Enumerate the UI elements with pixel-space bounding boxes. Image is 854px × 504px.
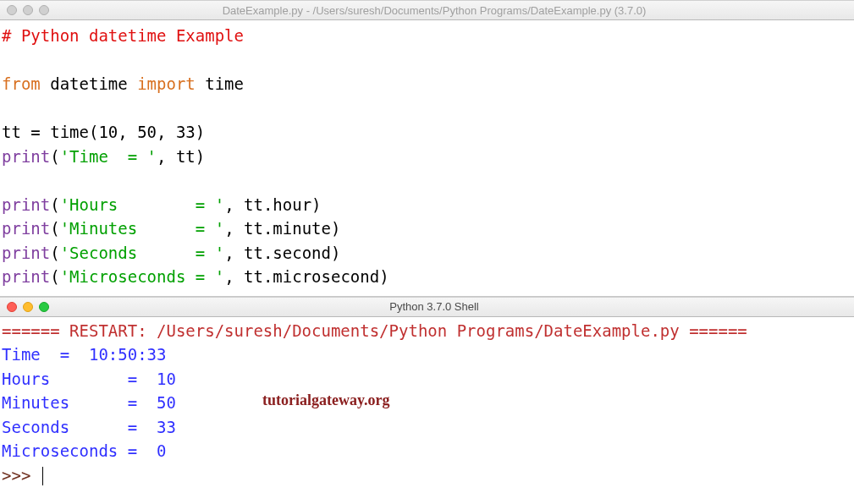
shell-output: Microseconds = 0 bbox=[2, 441, 166, 460]
code-text: , tt) bbox=[157, 147, 205, 166]
shell-titlebar: Python 3.7.0 Shell bbox=[0, 297, 854, 317]
code-text: datetime bbox=[41, 74, 137, 93]
shell-content[interactable]: ====== RESTART: /Users/suresh/Documents/… bbox=[0, 317, 854, 490]
code-text: time bbox=[196, 74, 244, 93]
code-keyword: import bbox=[137, 74, 196, 93]
code-builtin: print bbox=[2, 267, 50, 286]
code-text: ( bbox=[50, 267, 59, 286]
code-builtin: print bbox=[2, 195, 50, 214]
code-builtin: print bbox=[2, 219, 50, 238]
code-text: , tt.hour) bbox=[224, 195, 321, 214]
code-text: , tt.microsecond) bbox=[224, 267, 388, 286]
code-text: , tt.minute) bbox=[224, 219, 340, 238]
close-button[interactable] bbox=[7, 5, 17, 15]
code-builtin: print bbox=[2, 147, 50, 166]
shell-output: Hours = 10 bbox=[2, 370, 176, 388]
shell-output: Minutes = 50 bbox=[2, 393, 176, 412]
code-builtin: print bbox=[2, 244, 50, 262]
code-text: ( bbox=[50, 195, 59, 214]
code-text: , tt.second) bbox=[224, 244, 340, 262]
close-button[interactable] bbox=[7, 302, 17, 312]
editor-titlebar: DateExample.py - /Users/suresh/Documents… bbox=[0, 0, 854, 20]
code-text: ( bbox=[50, 147, 59, 166]
shell-output: Seconds = 33 bbox=[2, 418, 176, 436]
editor-title: DateExample.py - /Users/suresh/Documents… bbox=[21, 4, 847, 17]
code-string: 'Hours = ' bbox=[60, 195, 224, 214]
code-text: tt = time(10, 50, 33) bbox=[2, 123, 205, 141]
editor-content[interactable]: # Python datetime Example from datetime … bbox=[0, 20, 854, 296]
code-comment: # Python datetime Example bbox=[2, 26, 244, 45]
shell-title: Python 3.7.0 Shell bbox=[21, 300, 847, 313]
shell-window: Python 3.7.0 Shell ====== RESTART: /User… bbox=[0, 296, 854, 490]
editor-window: DateExample.py - /Users/suresh/Documents… bbox=[0, 0, 854, 296]
shell-prompt: >>> bbox=[2, 466, 41, 485]
code-string: 'Time = ' bbox=[60, 147, 157, 166]
code-string: 'Minutes = ' bbox=[60, 219, 224, 238]
shell-restart-line: ====== RESTART: /Users/suresh/Documents/… bbox=[2, 321, 747, 340]
code-text: ( bbox=[50, 219, 59, 238]
code-keyword: from bbox=[2, 74, 41, 93]
code-text: ( bbox=[50, 244, 59, 262]
code-string: 'Microseconds = ' bbox=[60, 267, 224, 286]
cursor-icon bbox=[42, 467, 43, 485]
code-string: 'Seconds = ' bbox=[60, 244, 224, 262]
shell-output: Time = 10:50:33 bbox=[2, 345, 166, 364]
